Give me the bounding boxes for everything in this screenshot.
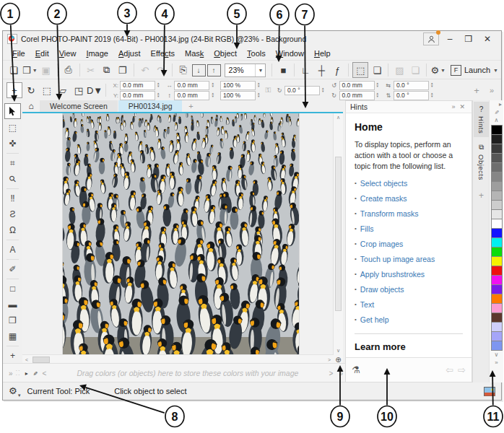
rotation-angle-field-0[interactable]: 0.0 ° <box>284 86 320 95</box>
color-swatch-17[interactable] <box>491 284 503 294</box>
account-icon[interactable] <box>423 32 439 45</box>
fill-tool[interactable]: ▦ <box>5 329 20 344</box>
vertical-scroll-thumb[interactable] <box>335 157 342 311</box>
link-transform-masks[interactable]: Transform masks <box>360 209 419 218</box>
object-scale-field-1[interactable]: 100 % <box>220 91 256 100</box>
object-size-field-0[interactable]: 0.0 mm <box>174 81 209 90</box>
spinner[interactable]: ▲▼ <box>321 87 324 93</box>
color-swatch-19[interactable] <box>491 303 503 313</box>
options-icon[interactable]: ⚙▼ <box>430 63 446 77</box>
rotation-center-field-1[interactable]: 0.0 mm <box>339 91 375 100</box>
open-icon[interactable]: ❒▼ <box>22 63 38 77</box>
palette-expand-right[interactable]: » <box>339 369 343 377</box>
palette-flyout-icon[interactable]: ▸ <box>499 100 502 108</box>
color-swatch-16[interactable] <box>491 275 503 285</box>
color-swatch-21[interactable] <box>491 322 503 332</box>
scroll-down-icon[interactable]: ∨ <box>334 346 343 355</box>
distort-mode-icon[interactable]: ◳ <box>71 83 86 97</box>
link-fills[interactable]: Fills <box>360 224 374 233</box>
home-icon[interactable]: ⌂ <box>22 100 40 112</box>
menu-help[interactable]: Help <box>309 48 336 59</box>
skew-mode-icon[interactable]: ▱ <box>56 83 70 97</box>
canvas[interactable] <box>22 113 343 355</box>
add-tool-button[interactable]: + <box>5 349 20 363</box>
spinner[interactable]: ▲▼ <box>376 82 379 88</box>
eraser-tool[interactable]: ▬ <box>5 297 20 312</box>
palette-prev[interactable]: < <box>42 369 46 377</box>
palette-next[interactable]: > <box>329 369 334 377</box>
scroll-left-icon[interactable]: < <box>22 357 31 362</box>
menu-tools[interactable]: Tools <box>242 48 271 59</box>
tab-ph00134-jpg[interactable]: PH00134.jpg <box>118 100 183 112</box>
object-position-field-1[interactable]: 0.0 mm <box>120 91 155 100</box>
palette-scroll-down[interactable]: ∨ <box>495 351 499 359</box>
color-swatch-14[interactable] <box>491 256 503 266</box>
menu-object[interactable]: Object <box>209 48 242 59</box>
menu-file[interactable]: File <box>7 48 30 59</box>
spinner[interactable]: ▲▼ <box>257 92 260 98</box>
eyedropper-icon[interactable]: ✎ <box>492 110 500 115</box>
full-screen-preview-icon[interactable]: ■ <box>276 63 290 77</box>
object-position-field-0[interactable]: 0.0 mm <box>120 81 155 90</box>
acquire-image-icon[interactable]: ⎘ <box>176 63 191 77</box>
paint-tool[interactable]: ✐ <box>5 262 20 276</box>
color-swatch-20[interactable] <box>491 312 503 323</box>
rotate-mode-icon[interactable]: ↻ <box>24 83 38 97</box>
gear-icon[interactable]: ⚙▼ <box>9 385 22 398</box>
color-swatch-3[interactable] <box>491 153 503 163</box>
palette-scroll-up[interactable]: ∧ <box>495 116 499 124</box>
docker-flyout-icon[interactable]: » <box>449 103 457 110</box>
new-image-icon[interactable]: ❏ <box>6 63 21 77</box>
menu-view[interactable]: View <box>54 48 82 59</box>
link-apply-brushstrokes[interactable]: Apply brushstrokes <box>360 270 425 279</box>
link-crop-images[interactable]: Crop images <box>360 240 404 248</box>
export-icon[interactable]: ↑ <box>207 64 221 76</box>
color-swatch-15[interactable] <box>491 266 503 276</box>
perspective-mode-icon[interactable]: D▼ <box>87 83 102 97</box>
spinner[interactable]: ▲▼ <box>157 92 160 98</box>
play-icon[interactable]: ▸ <box>25 370 28 377</box>
zoom-tool[interactable]: ⚲ <box>2 169 23 190</box>
scale-mode-icon[interactable]: ⬚ <box>40 83 54 97</box>
forward-icon[interactable]: ⇨ <box>458 364 466 375</box>
color-swatch-9[interactable] <box>491 209 503 219</box>
position-mode-icon[interactable]: + <box>6 82 22 98</box>
link-touch-up-image-areas[interactable]: Touch up image areas <box>360 255 435 263</box>
show-rulers-icon[interactable]: ∟ <box>298 63 313 77</box>
mask-transform-tool[interactable]: ✜ <box>5 136 20 151</box>
back-icon[interactable]: ⇦ <box>446 364 453 375</box>
eyedropper-icon[interactable]: ✎ <box>32 371 38 376</box>
spinner[interactable]: ▲▼ <box>430 92 433 98</box>
shape-tool[interactable]: Ƨ <box>5 207 20 222</box>
horizontal-scroll-thumb[interactable] <box>32 357 50 363</box>
menu-adjust[interactable]: Adjust <box>113 48 146 59</box>
minimize-button[interactable]: – <box>442 33 458 45</box>
color-swatch-11[interactable] <box>491 228 503 238</box>
link-draw-objects[interactable]: Draw objects <box>360 285 404 294</box>
palette-expand[interactable]: » <box>495 359 498 367</box>
docker-tab-objects[interactable]: ⧉Objects <box>474 139 489 184</box>
zoom-level-combo[interactable]: 23% ▼ <box>225 64 266 77</box>
chevron-down-icon[interactable]: ▼ <box>255 64 265 76</box>
color-swatch-5[interactable] <box>491 172 503 182</box>
paste-icon[interactable]: ❐ <box>116 63 130 77</box>
add-docker-button[interactable]: + <box>479 191 484 201</box>
link-text[interactable]: Text <box>360 300 374 309</box>
clip-mask-marquee-icon[interactable]: ❏ <box>370 63 384 77</box>
scroll-right-icon[interactable]: > <box>325 357 334 362</box>
chevron-down-icon[interactable]: ▼ <box>93 85 103 96</box>
close-button[interactable]: ✕ <box>479 33 495 45</box>
pick-tool[interactable] <box>4 103 21 119</box>
spinner[interactable]: ▲▼ <box>211 92 214 98</box>
drag-handle[interactable]: ⁚⁚ <box>16 370 21 377</box>
spinner[interactable]: ▲▼ <box>257 82 260 88</box>
spinner[interactable]: ▲▼ <box>157 82 160 88</box>
document-thumbnail-icon[interactable] <box>484 387 495 396</box>
rectangle-tool[interactable]: □ <box>5 281 20 296</box>
text-tool[interactable]: A <box>5 242 20 257</box>
show-grid-icon[interactable]: ┼ <box>314 63 329 77</box>
new-tab-button[interactable]: + <box>183 100 199 112</box>
vertical-scrollbar[interactable]: ∧ ∨ <box>333 113 343 355</box>
docker-tab-hints[interactable]: ?Hints <box>474 102 489 137</box>
link-create-masks[interactable]: Create masks <box>360 194 407 203</box>
